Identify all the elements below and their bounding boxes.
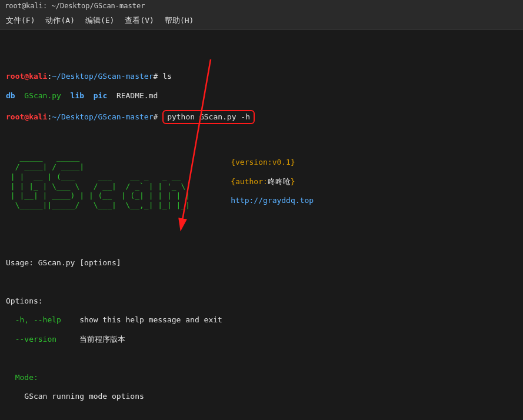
blank-5: [6, 354, 517, 363]
ls-db: db: [6, 91, 15, 100]
options-header: Options:: [6, 296, 517, 306]
version-desc: 当前程序版本: [79, 335, 125, 344]
version-option: --version 当前程序版本: [6, 335, 517, 344]
ls-output: db GScan.py lib pic README.md: [6, 91, 517, 101]
blank-2: [6, 220, 517, 229]
prompt-at: @: [24, 72, 29, 81]
blank-3: [6, 239, 517, 248]
ls-pic: pic: [94, 91, 107, 100]
mode-subheader: GScan running mode options: [6, 392, 517, 401]
help-desc: show this help message and exit: [79, 315, 222, 324]
author-close: }: [291, 177, 295, 186]
usage-line: Usage: GScan.py [options]: [6, 258, 517, 268]
command-python: python GScan.py -h: [167, 112, 250, 121]
project-url: http://grayddq.top: [231, 196, 314, 205]
command-ls: ls: [162, 72, 172, 81]
menu-view[interactable]: 查看(V): [125, 15, 154, 26]
menu-edit[interactable]: 编辑(E): [85, 15, 114, 26]
ls-lib: lib: [71, 91, 84, 100]
menu-bar: 文件(F) 动作(A) 编辑(E) 查看(V) 帮助(H): [0, 12, 523, 30]
prompt-line-2: root@kali:~/Desktop/GScan-master# python…: [6, 110, 517, 124]
prompt-hash: #: [153, 72, 158, 81]
help-option: -h, --help show this help message and ex…: [6, 315, 517, 325]
version-line: {version:v0.1}: [231, 158, 295, 166]
prompt-path: ~/Desktop/GScan-master: [52, 72, 153, 81]
ls-gscan: GScan.py: [24, 91, 61, 100]
ls-readme: README.md: [116, 91, 158, 100]
prompt-host: kali: [29, 72, 47, 81]
gscan-ascii-logo: _____ _____ / ____| / ____| | | __ | (__…: [6, 153, 213, 211]
blank-4: [6, 277, 517, 286]
version-flag: --version: [6, 335, 56, 344]
prompt-user: root: [6, 72, 24, 81]
help-flag: -h, --help: [6, 315, 61, 324]
menu-file[interactable]: 文件(F): [6, 15, 35, 26]
author-name: 咚咚呛: [268, 177, 291, 186]
highlighted-command-box: python GScan.py -h: [162, 110, 255, 124]
window-titlebar: root@kali: ~/Desktop/GScan-master: [0, 0, 523, 12]
mode-header: Mode:: [6, 373, 517, 382]
menu-action[interactable]: 动作(A): [45, 15, 74, 26]
terminal-body[interactable]: root@kali:~/Desktop/GScan-master# ls db …: [0, 30, 523, 420]
window-title: root@kali: ~/Desktop/GScan-master: [5, 2, 145, 10]
blank-1: [6, 134, 517, 144]
prompt-line-1: root@kali:~/Desktop/GScan-master# ls: [6, 72, 517, 81]
meta-info: {version:v0.1} {author:咚咚呛} http://grayd…: [231, 158, 314, 205]
author-open: {author:: [231, 177, 268, 186]
blank-6: [6, 411, 517, 420]
menu-help[interactable]: 帮助(H): [165, 15, 194, 26]
